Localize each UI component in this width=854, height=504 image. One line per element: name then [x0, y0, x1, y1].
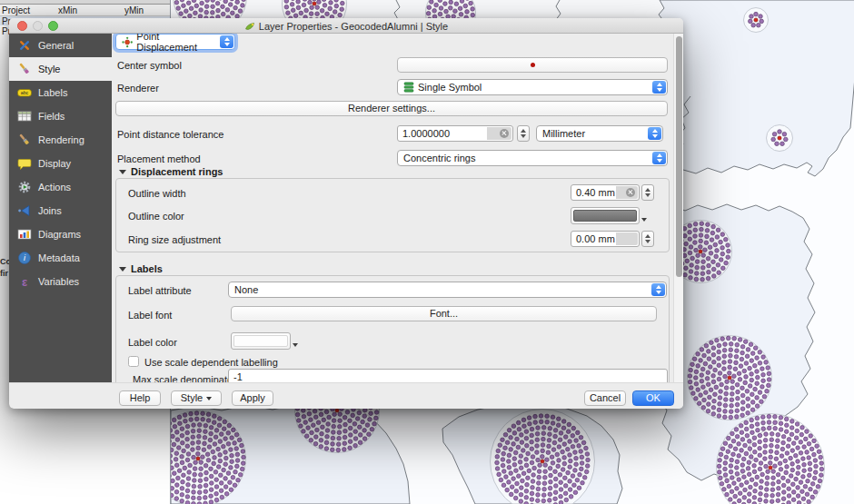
- speech-bubble-icon: [17, 156, 32, 171]
- dialog-footer: Help Style Apply Cancel OK: [9, 382, 683, 409]
- outline-color-button[interactable]: [571, 207, 640, 224]
- point-displacement-icon: [122, 36, 133, 48]
- collapse-triangle-icon: [119, 170, 126, 174]
- sidebar-item-rendering[interactable]: Rendering: [9, 128, 112, 152]
- background-table-header: Project xMin yMin: [0, 5, 170, 16]
- minimize-button[interactable]: [33, 21, 43, 31]
- apply-button[interactable]: Apply: [232, 390, 273, 406]
- sidebar-item-labels[interactable]: abc Labels: [9, 81, 112, 104]
- placement-method-select[interactable]: Concentric rings: [397, 150, 668, 166]
- max-scale-input[interactable]: -1: [228, 369, 668, 382]
- scrollbar-thumb[interactable]: [676, 36, 682, 277]
- svg-text:abc: abc: [21, 90, 29, 95]
- column-header-xmin: xMin: [58, 5, 77, 15]
- combo-stepper-icon: [648, 127, 661, 140]
- label-color-button[interactable]: [231, 332, 291, 350]
- max-scale-label: Max scale denominator: [133, 374, 236, 382]
- displacement-rings-header[interactable]: Displacement rings: [119, 166, 223, 177]
- dialog-titlebar[interactable]: Layer Properties - GeocodedAlumni | Styl…: [9, 18, 683, 34]
- ok-button[interactable]: OK: [632, 390, 674, 406]
- scale-dependent-label: Use scale dependent labelling: [144, 357, 278, 368]
- sidebar-item-general[interactable]: General: [9, 34, 112, 57]
- point-distance-spinner[interactable]: [517, 125, 530, 142]
- center-symbol-preview-icon: [531, 63, 535, 67]
- render-brush-icon: [17, 133, 32, 147]
- info-icon: i: [17, 251, 32, 265]
- paintbrush-icon: [17, 62, 32, 76]
- sidebar-item-variables[interactable]: ε Variables: [9, 270, 112, 293]
- zoom-button[interactable]: [48, 21, 58, 31]
- sidebar-item-diagrams[interactable]: Diagrams: [9, 222, 112, 246]
- label-color-label: Label color: [128, 337, 177, 348]
- point-distance-tolerance-input[interactable]: 1.0000000: [397, 125, 513, 142]
- table-icon: [17, 109, 32, 124]
- combo-stepper-icon: [652, 152, 666, 164]
- color-swatch: [573, 210, 637, 222]
- label-attribute-label: Label attribute: [128, 285, 192, 296]
- combo-stepper-icon: [652, 81, 666, 94]
- labels-group: Label attribute None Label font Font... …: [115, 275, 670, 382]
- cancel-button[interactable]: Cancel: [584, 390, 626, 406]
- outline-width-input[interactable]: 0.40 mm: [571, 184, 640, 201]
- sidebar-item-style[interactable]: Style: [9, 57, 112, 81]
- label-attribute-select[interactable]: None: [228, 282, 667, 298]
- renderer-settings-button[interactable]: Renderer settings...: [115, 101, 668, 116]
- clear-icon[interactable]: [626, 188, 635, 197]
- abc-label-icon: abc: [17, 85, 32, 100]
- scale-dependent-checkbox[interactable]: [128, 356, 139, 367]
- svg-text:ε: ε: [22, 275, 27, 289]
- center-symbol-label: Center symbol: [117, 60, 182, 71]
- style-menu-button[interactable]: Style: [171, 390, 222, 406]
- combo-stepper-icon: [651, 283, 665, 296]
- content-scrollbar[interactable]: [673, 34, 683, 382]
- close-button[interactable]: [17, 21, 27, 31]
- outline-color-label: Outline color: [128, 211, 184, 222]
- outline-width-label: Outline width: [128, 188, 186, 199]
- properties-sidebar: General Style abc Labels: [9, 34, 112, 409]
- clear-icon[interactable]: [500, 129, 509, 138]
- color-dropdown-arrow-icon[interactable]: [293, 343, 298, 347]
- style-panel-content: Point Displacement Center symbol Rendere…: [112, 34, 673, 382]
- sidebar-item-fields[interactable]: Fields: [9, 104, 112, 128]
- font-button[interactable]: Font...: [231, 306, 657, 321]
- labels-section-header[interactable]: Labels: [119, 263, 163, 274]
- renderer-select[interactable]: Single Symbol: [397, 79, 668, 95]
- displacement-rings-group: Outline width 0.40 mm Outline color Ring…: [115, 178, 670, 252]
- unit-select[interactable]: Millimeter: [536, 125, 663, 142]
- help-button[interactable]: Help: [119, 390, 161, 406]
- tools-icon: [17, 38, 32, 53]
- gear-action-icon: [17, 180, 32, 194]
- column-header-ymin: yMin: [124, 5, 144, 15]
- outline-width-spinner[interactable]: [641, 184, 654, 201]
- color-dropdown-arrow-icon[interactable]: [641, 218, 647, 222]
- collapse-triangle-icon: [119, 267, 126, 272]
- point-distance-tolerance-label: Point distance tolerance: [117, 129, 223, 140]
- renderer-type-select[interactable]: Point Displacement: [115, 34, 235, 50]
- column-header-project: Project: [2, 5, 30, 15]
- ring-size-spinner[interactable]: [641, 231, 654, 247]
- placement-method-label: Placement method: [117, 153, 201, 164]
- sidebar-item-metadata[interactable]: i Metadata: [9, 246, 112, 270]
- sidebar-item-actions[interactable]: Actions: [9, 175, 112, 199]
- sidebar-item-display[interactable]: Display: [9, 152, 112, 175]
- join-icon: [17, 203, 32, 218]
- ring-size-input[interactable]: 0.00 mm: [571, 231, 640, 247]
- dropdown-arrow-icon: [206, 397, 212, 400]
- dialog-title: Layer Properties - GeocodedAlumni | Styl…: [259, 21, 448, 32]
- chart-icon: [17, 227, 32, 242]
- combo-stepper-icon: [220, 35, 233, 48]
- renderer-label: Renderer: [117, 83, 159, 94]
- label-font-label: Label font: [128, 310, 172, 321]
- ring-size-label: Ring size adjustment: [128, 234, 221, 245]
- layer-properties-dialog: Layer Properties - GeocodedAlumni | Styl…: [9, 18, 683, 409]
- sidebar-item-joins[interactable]: Joins: [9, 199, 112, 222]
- single-symbol-icon: [403, 82, 414, 93]
- qgis-logo-icon: [244, 21, 255, 32]
- background-text-fragment: fir: [0, 269, 8, 278]
- color-swatch: [233, 335, 288, 347]
- epsilon-icon: ε: [17, 274, 32, 289]
- center-symbol-button[interactable]: [397, 57, 668, 73]
